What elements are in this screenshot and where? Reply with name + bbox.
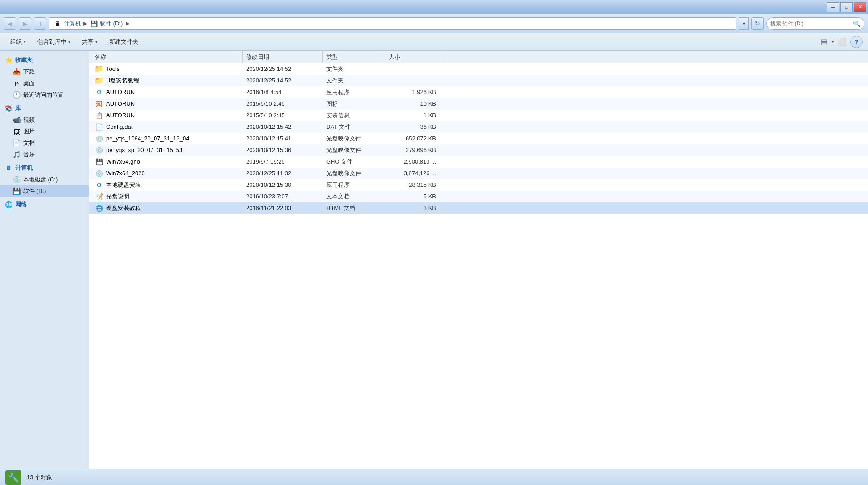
toolbar: 组织 ▾ 包含到库中 ▾ 共享 ▾ 新建文件夹 ▤ ▾ ⬜ ? <box>0 33 868 51</box>
network-icon: 🌐 <box>4 201 12 209</box>
table-row[interactable]: 📄 Config.dat 2020/10/12 15:42 DAT 文件 36 … <box>89 121 868 133</box>
back-button[interactable]: ◀ <box>4 17 16 30</box>
table-row[interactable]: 📝 光盘说明 2016/10/23 7:07 文本文档 5 KB <box>89 191 868 202</box>
include-button[interactable]: 包含到库中 ▾ <box>33 35 75 49</box>
sidebar-item-recent[interactable]: 🕐 最近访问的位置 <box>0 89 89 101</box>
table-row[interactable]: 📋 AUTORUN 2015/5/10 2:45 安装信息 1 KB <box>89 110 868 121</box>
table-row[interactable]: 💿 Win7x64_2020 2020/12/25 11:32 光盘映像文件 3… <box>89 168 868 179</box>
table-row[interactable]: 💾 Win7x64.gho 2019/9/7 19:25 GHO 文件 2,90… <box>89 156 868 168</box>
sidebar-item-c-drive[interactable]: 💿 本地磁盘 (C:) <box>0 174 89 185</box>
breadcrumb-drive[interactable]: 软件 (D:) <box>100 20 123 28</box>
sidebar: ⭐ 收藏夹 📥 下载 🖥 桌面 🕐 最近访问的位置 📚 库 <box>0 51 89 469</box>
address-bar: ◀ ▶ ↑ 🖥 计算机 ▶ 💾 软件 (D:) ▶ ▾ ↻ 🔍 <box>0 14 868 33</box>
forward-button[interactable]: ▶ <box>19 17 31 30</box>
c-drive-icon: 💿 <box>12 176 21 184</box>
status-text: 13 个对象 <box>27 473 52 481</box>
preview-button[interactable]: ⬜ <box>836 36 848 48</box>
close-button[interactable]: ✕ <box>854 2 866 12</box>
share-arrow-icon: ▾ <box>95 40 98 44</box>
view-toggle-button[interactable]: ▤ <box>818 36 830 48</box>
computer-sidebar-icon: 🖥 <box>4 164 12 172</box>
table-row[interactable]: 💿 pe_yqs_xp_20_07_31_15_53 2020/10/12 15… <box>89 144 868 156</box>
table-row[interactable]: 🖼 AUTORUN 2015/5/10 2:45 图标 10 KB <box>89 98 868 110</box>
organize-button[interactable]: 组织 ▾ <box>5 35 31 49</box>
sidebar-network-header[interactable]: 🌐 网络 <box>0 199 89 210</box>
file-area: 名称 修改日期 类型 大小 📁 Tools 2020/12/25 14:52 文… <box>89 51 868 469</box>
library-icon: 📚 <box>4 104 12 112</box>
html-icon: 🌐 <box>95 204 103 213</box>
favorites-icon: ⭐ <box>4 56 12 64</box>
title-bar: ─ □ ✕ <box>0 0 868 14</box>
d-drive-icon: 💾 <box>12 187 21 195</box>
col-header-name[interactable]: 名称 <box>91 51 243 63</box>
txt-icon: 📝 <box>95 192 103 201</box>
sidebar-item-d-drive[interactable]: 💾 软件 (D:) <box>0 185 89 197</box>
search-input[interactable] <box>770 21 851 27</box>
sidebar-item-video[interactable]: 📹 视频 <box>0 114 89 126</box>
back-icon: ◀ <box>8 20 12 27</box>
table-row[interactable]: 📁 Tools 2020/12/25 14:52 文件夹 <box>89 63 868 75</box>
preview-icon: ⬜ <box>838 37 847 46</box>
sidebar-section-computer: 🖥 计算机 💿 本地磁盘 (C:) 💾 软件 (D:) <box>0 162 89 197</box>
exe-icon: ⚙ <box>95 88 103 97</box>
table-row[interactable]: ⚙ 本地硬盘安装 2020/10/12 15:30 应用程序 28,315 KB <box>89 179 868 191</box>
music-icon: 🎵 <box>12 151 21 159</box>
video-icon: 📹 <box>12 116 21 124</box>
include-arrow-icon: ▾ <box>68 40 70 44</box>
organize-arrow-icon: ▾ <box>24 40 26 44</box>
toolbar-right: ▤ ▾ ⬜ ? <box>818 36 863 48</box>
sidebar-item-desktop[interactable]: 🖥 桌面 <box>0 78 89 89</box>
window-controls: ─ □ ✕ <box>827 2 866 12</box>
documents-icon: 📄 <box>12 139 21 147</box>
breadcrumb-computer[interactable]: 计算机 <box>64 20 81 28</box>
table-row[interactable]: 💿 pe_yqs_1064_20_07_31_16_04 2020/10/12 … <box>89 133 868 144</box>
exe-icon: ⚙ <box>95 181 103 189</box>
status-icon: 🔧 <box>5 470 21 485</box>
minimize-button[interactable]: ─ <box>827 2 839 12</box>
up-icon: ↑ <box>39 20 42 27</box>
view-icon: ▤ <box>821 37 827 46</box>
help-button[interactable]: ? <box>850 36 863 48</box>
inf-icon: 📋 <box>95 111 103 120</box>
maximize-button[interactable]: □ <box>840 2 853 12</box>
breadcrumb: 🖥 计算机 ▶ 💾 软件 (D:) ▶ <box>49 17 736 30</box>
drive-icon: 💾 <box>89 19 98 28</box>
col-header-type[interactable]: 类型 <box>323 51 385 63</box>
file-header: 名称 修改日期 类型 大小 <box>89 51 868 63</box>
sidebar-section-library: 📚 库 📹 视频 🖼 图片 📄 文档 🎵 音乐 <box>0 103 89 160</box>
sidebar-section-network: 🌐 网络 <box>0 199 89 210</box>
pictures-icon: 🖼 <box>12 127 21 136</box>
search-icon: 🔍 <box>853 20 860 27</box>
status-bar: 🔧 13 个对象 <box>0 469 868 485</box>
main-layout: ⭐ 收藏夹 📥 下载 🖥 桌面 🕐 最近访问的位置 📚 库 <box>0 51 868 469</box>
gho-icon: 💾 <box>95 157 103 166</box>
view-arrow-icon[interactable]: ▾ <box>832 40 834 44</box>
breadcrumb-expand-icon[interactable]: ▶ <box>124 20 132 27</box>
new-folder-button[interactable]: 新建文件夹 <box>104 35 143 49</box>
search-bar: 🔍 <box>766 17 864 30</box>
sidebar-favorites-header[interactable]: ⭐ 收藏夹 <box>0 54 89 66</box>
col-header-date[interactable]: 修改日期 <box>243 51 323 63</box>
img-icon: 💿 <box>95 134 103 143</box>
folder-icon: 📁 <box>95 76 103 85</box>
table-row[interactable]: 📁 U盘安装教程 2020/12/25 14:52 文件夹 <box>89 75 868 86</box>
up-button[interactable]: ↑ <box>34 17 46 30</box>
sidebar-item-music[interactable]: 🎵 音乐 <box>0 149 89 160</box>
address-dropdown[interactable]: ▾ <box>739 17 749 30</box>
col-header-size[interactable]: 大小 <box>385 51 443 63</box>
dat-icon: 📄 <box>95 123 103 132</box>
desktop-icon: 🖥 <box>12 79 21 87</box>
share-button[interactable]: 共享 ▾ <box>77 35 103 49</box>
downloads-icon: 📥 <box>12 68 21 76</box>
sidebar-item-downloads[interactable]: 📥 下载 <box>0 66 89 78</box>
table-row[interactable]: ⚙ AUTORUN 2016/1/8 4:54 应用程序 1,926 KB <box>89 86 868 98</box>
img-icon: 💿 <box>95 169 103 178</box>
sidebar-computer-header[interactable]: 🖥 计算机 <box>0 162 89 174</box>
computer-icon: 🖥 <box>53 19 62 28</box>
table-row[interactable]: 🌐 硬盘安装教程 2016/11/21 22:03 HTML 文档 3 KB <box>89 202 868 214</box>
refresh-button[interactable]: ↻ <box>751 17 764 30</box>
ico-icon: 🖼 <box>95 99 103 108</box>
sidebar-item-pictures[interactable]: 🖼 图片 <box>0 126 89 137</box>
sidebar-library-header[interactable]: 📚 库 <box>0 103 89 114</box>
sidebar-item-documents[interactable]: 📄 文档 <box>0 137 89 149</box>
